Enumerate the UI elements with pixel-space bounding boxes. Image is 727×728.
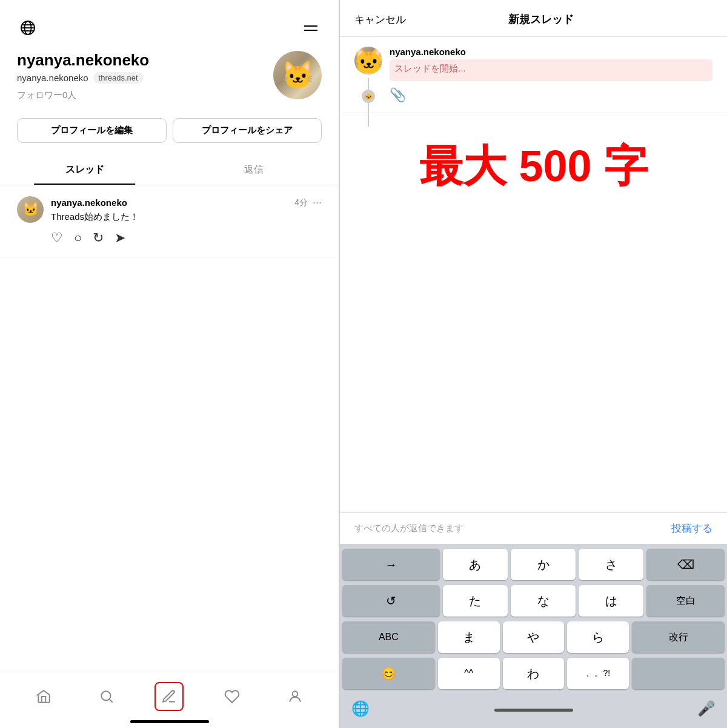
svg-point-5 [101,691,110,700]
profile-buttons: プロフィールを編集 プロフィールをシェア [0,118,339,143]
key-ma[interactable]: ま [438,621,500,653]
key-abc[interactable]: ABC [342,621,435,653]
key-emoji[interactable]: 😊 [342,658,435,689]
compose-avatar [354,47,382,74]
nav-heart[interactable] [217,682,247,711]
comment-icon[interactable]: ○ [74,230,82,246]
svg-line-6 [110,700,113,703]
thread-avatar-small: 🐱 [362,90,375,103]
key-extra [632,658,725,689]
nav-home[interactable] [29,682,58,711]
avatar [273,51,322,99]
profile-sub-row: nyanya.nekoneko threads.net [17,72,273,84]
share-icon[interactable]: ➤ [115,230,125,246]
left-panel: nyanya.nekoneko nyanya.nekoneko threads.… [0,0,339,728]
post-item: 🐱 nyanya.nekoneko 4分 ··· Threads始めました！ ♡… [0,185,339,257]
reply-permission-text: すべての人が返信できます [354,523,463,534]
key-caret[interactable]: ^^ [438,658,500,689]
nav-search[interactable] [92,682,121,711]
key-arrow[interactable]: → [342,549,440,580]
key-sa[interactable]: さ [579,549,643,580]
post-username: nyanya.nekoneko [51,197,127,208]
key-ra[interactable]: ら [567,621,629,653]
tab-threads[interactable]: スレッド [0,155,170,185]
share-profile-button[interactable]: プロフィールをシェア [173,118,322,143]
profile-section: nyanya.nekoneko nyanya.nekoneko threads.… [0,45,339,118]
key-enter[interactable]: 改行 [632,621,725,653]
more-icon[interactable]: ··· [313,196,322,209]
key-mic[interactable]: 🎤 [693,695,720,722]
keyboard-rows: → あ か さ ⌫ ↺ た な は 空白 ABC ま や ら 改行 � [340,544,727,692]
home-indicator [130,720,209,723]
key-space[interactable]: 空白 [646,585,725,617]
compose-content: nyanya.nekoneko スレッドを開始... 📎 [390,47,712,103]
repost-icon[interactable]: ↻ [93,230,104,246]
menu-icon[interactable] [300,17,322,39]
profile-badge: threads.net [93,72,144,84]
bottom-nav [0,672,339,728]
keyboard-row-1: → あ か さ ⌫ [342,549,725,580]
keyboard-bottom-row: 🌐 🎤 [340,692,727,728]
follower-count: フォロワー0人 [17,90,273,101]
tab-replies[interactable]: 返信 [170,155,339,185]
keyboard-row-4: 😊 ^^ わ 、。?! [342,658,725,689]
profile-handle: nyanya.nekoneko [17,73,88,83]
post-button[interactable]: 投稿する [671,521,712,535]
post-content: nyanya.nekoneko 4分 ··· Threads始めました！ ♡ ○… [51,196,322,246]
post-meta: 4分 ··· [294,196,322,209]
post-actions: ♡ ○ ↻ ➤ [51,230,322,246]
compose-username: nyanya.nekoneko [390,47,712,57]
like-icon[interactable]: ♡ [51,230,63,246]
key-ha[interactable]: は [579,585,643,617]
profile-info: nyanya.nekoneko nyanya.nekoneko threads.… [17,51,273,112]
post-header: nyanya.nekoneko 4分 ··· [51,196,322,209]
key-ya[interactable]: や [503,621,565,653]
post-text: Threads始めました！ [51,211,322,223]
new-thread-header: キャンセル 新規スレッド [340,0,727,37]
key-ta[interactable]: た [443,585,508,617]
keyboard-row-3: ABC ま や ら 改行 [342,621,725,653]
keyboard: → あ か さ ⌫ ↺ た な は 空白 ABC ま や ら 改行 � [340,544,727,728]
right-panel: キャンセル 新規スレッド nyanya.nekoneko スレッドを開始... … [339,0,727,728]
key-ka[interactable]: か [511,549,576,580]
key-globe[interactable]: 🌐 [347,695,374,722]
post-avatar: 🐱 [17,196,44,223]
nav-compose[interactable] [154,682,184,711]
key-a[interactable]: あ [443,549,508,580]
compose-area: nyanya.nekoneko スレッドを開始... 📎 🐱 [340,37,727,113]
keyboard-home-indicator [494,709,573,712]
svg-point-7 [293,691,298,697]
header-title: 新規スレッド [508,12,574,27]
key-delete[interactable]: ⌫ [646,549,725,580]
cancel-button[interactable]: キャンセル [354,13,406,27]
key-undo[interactable]: ↺ [342,585,440,617]
attachment-icon[interactable]: 📎 [390,87,712,103]
key-punctuation[interactable]: 、。?! [567,658,629,689]
edit-profile-button[interactable]: プロフィールを編集 [17,118,167,143]
globe-icon[interactable] [17,17,39,39]
compose-spacer [340,208,727,512]
top-bar [0,0,339,45]
nav-profile[interactable] [281,682,310,711]
key-na[interactable]: な [511,585,576,617]
compose-footer: すべての人が返信できます 投稿する [340,512,727,544]
max-chars-label: 最大 500 字 [340,113,727,208]
keyboard-row-2: ↺ た な は 空白 [342,585,725,617]
post-time: 4分 [294,197,308,208]
key-wa[interactable]: わ [503,658,565,689]
profile-username: nyanya.nekoneko [17,51,273,70]
compose-placeholder: スレッドを開始... [394,63,466,73]
tabs-row: スレッド 返信 [0,155,339,185]
compose-input-area[interactable]: スレッドを開始... [390,59,712,81]
